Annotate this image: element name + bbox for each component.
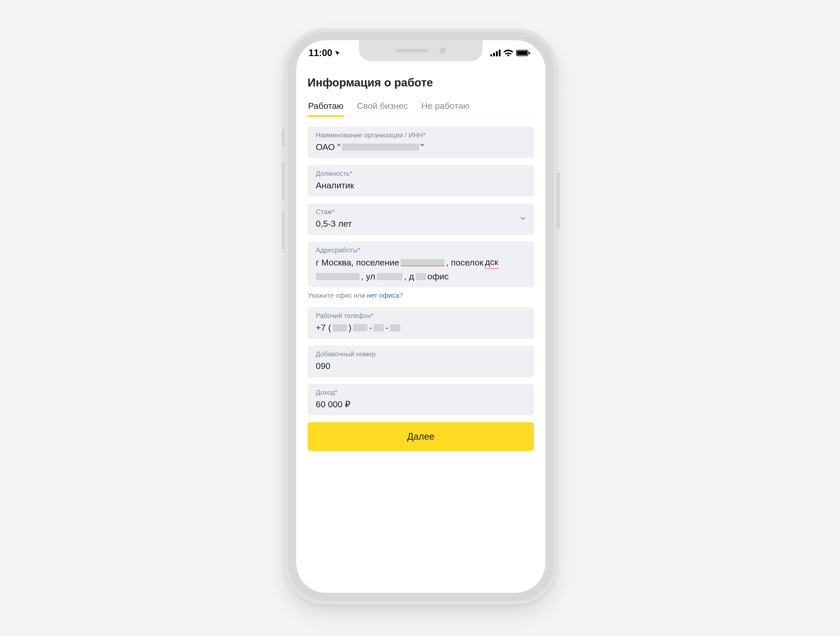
volume-up-button [282,162,285,201]
no-office-link[interactable]: нет офиса [367,292,399,299]
redacted-text [401,259,444,266]
power-button [557,172,560,229]
wifi-icon [504,50,513,56]
field-label: Адресработы* [316,246,526,254]
next-button-label: Далее [407,431,434,442]
field-value: 0,5-3 лет [316,218,526,230]
svg-rect-6 [529,52,530,54]
svg-rect-0 [490,54,492,56]
redacted-text [415,273,426,280]
field-work-address[interactable]: Адресработы* г Москва, поселение , посел… [308,241,534,288]
redacted-text [353,324,368,331]
svg-rect-5 [517,51,527,55]
redacted-text [390,324,400,331]
employment-tabs: Работаю Свой бизнес Не работаю [308,101,534,117]
chevron-down-icon [519,215,527,223]
field-label: Должность* [316,170,526,178]
redacted-text [333,324,347,331]
svg-rect-2 [496,51,498,56]
field-label: Стаж* [316,208,526,216]
field-value: 60 000 ₽ [316,399,526,410]
location-icon [335,50,341,56]
page-title: Информация о работе [308,76,534,89]
field-income[interactable]: Доход* 60 000 ₽ [308,384,534,415]
redacted-text [316,273,360,280]
field-tenure[interactable]: Стаж* 0,5-3 лет [308,203,534,235]
screen-content: Информация о работе Работаю Свой бизнес … [296,66,545,593]
field-label: Наименование организации / ИНН* [316,131,526,139]
field-value: 090 [316,360,526,372]
phone-screen: 11:00 [296,40,545,593]
stage: 11:00 [0,0,840,636]
field-label: Доход* [316,388,526,396]
field-work-phone[interactable]: Рабочий телефон* +7 ( ) - - [308,307,534,339]
phone-frame: 11:00 [284,28,557,604]
field-value: г Москва, поселение , поселок дск , ул ,… [316,256,526,282]
field-extension[interactable]: Добавочный номер 090 [308,346,534,377]
status-time: 11:00 [309,47,332,58]
field-value: Аналитик [316,180,526,191]
field-value: +7 ( ) - - [316,322,526,334]
next-button[interactable]: Далее [308,422,534,451]
field-position[interactable]: Должность* Аналитик [308,165,534,197]
redacted-text [377,273,403,280]
volume-down-button [282,211,285,249]
redacted-text [373,324,384,331]
status-bar: 11:00 [296,40,545,66]
tab-employed[interactable]: Работаю [308,101,344,117]
field-organization[interactable]: Наименование организации / ИНН* ОАО " " [308,126,534,158]
battery-icon [516,50,531,56]
svg-rect-1 [493,53,495,56]
field-label: Рабочий телефон* [316,312,526,320]
silent-switch [282,129,285,147]
tab-own-business[interactable]: Свой бизнес [357,101,409,117]
svg-rect-3 [499,50,501,56]
field-label: Добавочный номер [316,350,526,358]
field-value: ОАО " " [316,141,526,153]
tab-unemployed[interactable]: Не работаю [421,101,470,117]
cellular-icon [490,50,501,56]
redacted-text [342,144,419,151]
office-hint: Укажите офис или нет офиса? [308,292,534,300]
